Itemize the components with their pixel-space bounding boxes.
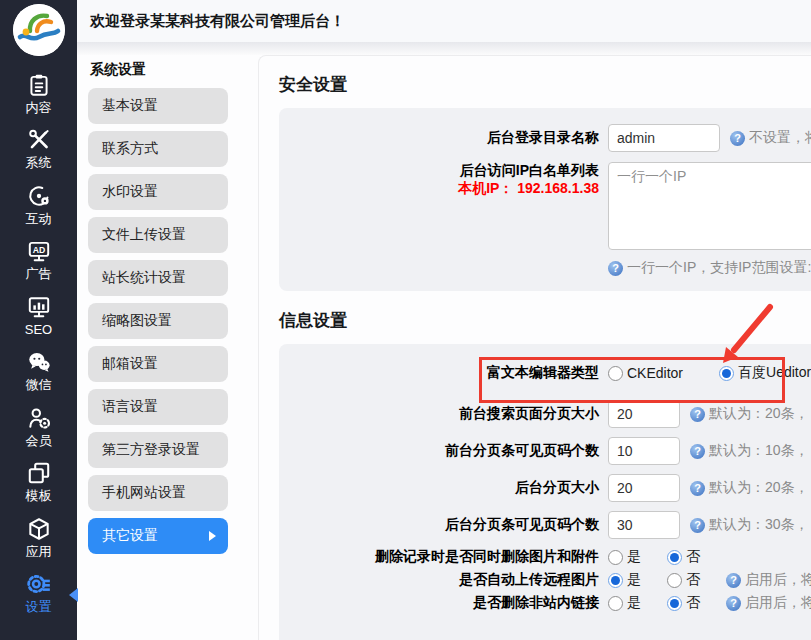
submenu-item[interactable]: 文件上传设置 [88,217,228,253]
primary-nav-item[interactable]: 内容 [0,65,77,121]
help-icon: ? [690,444,705,459]
submenu-item[interactable]: 邮箱设置 [88,346,228,382]
collapse-left-icon[interactable] [69,588,78,602]
radio-icon[interactable] [667,596,682,611]
admin-page-size-input[interactable] [608,474,680,502]
help-icon: ? [608,261,623,276]
topbar: 欢迎登录某某科技有限公司管理后台！ [77,0,811,42]
submenu-item-label: 手机网站设置 [102,484,216,502]
primary-nav-item[interactable]: 广告 [0,232,77,288]
logo-swirl-icon [13,4,65,56]
right-area: 欢迎登录某某科技有限公司管理后台！ 系统设置 基本设置 联系方式 水印设置 文件… [77,0,811,640]
directory-help: ? 不设置，将 [730,129,811,147]
delete-attachment-row: 删除记录时是否同时删除图片和附件 是 否 [279,548,811,566]
submenu-item[interactable]: 语言设置 [88,389,228,425]
submenu-item[interactable]: 其它设置 [88,518,228,554]
main-card: 安全设置 后台登录目录名称 ? 不设置，将 [258,55,811,640]
front-search-page-size-input[interactable] [608,400,680,428]
radio-icon[interactable] [667,550,682,565]
radio-icon[interactable] [608,550,623,565]
ip-whitelist-label: 后台访问IP白名单列表 [279,162,599,180]
editor-type-label: 富文本编辑器类型 [279,364,599,382]
welcome-text: 欢迎登录某某科技有限公司管理后台！ [90,12,345,31]
primary-nav-item[interactable]: 微信 [0,343,77,399]
nav-item-label: 设置 [26,600,52,613]
directory-row: 后台登录目录名称 ? 不设置，将 [279,124,811,152]
submenu-item-label: 联系方式 [102,140,216,158]
submenu-item-label: 水印设置 [102,183,216,201]
primary-nav-item[interactable]: 系统 [0,121,77,177]
submenu-item-label: 邮箱设置 [102,355,216,373]
nav-item-label: SEO [25,323,52,336]
submenu-list: 基本设置 联系方式 水印设置 文件上传设置 站长统计设置 缩略图设置 邮箱设置 … [77,88,258,554]
chat-gear-icon [26,183,52,209]
radio-icon[interactable] [608,366,623,381]
nav-item-label: 互动 [26,212,52,225]
submenu-item[interactable]: 缩略图设置 [88,303,228,339]
help-icon: ? [690,518,705,533]
nav-item-label: 模板 [26,489,52,502]
front-pager-count-input[interactable] [608,437,680,465]
ip-help: ? 一行一个IP，支持IP范围设置: [608,259,811,277]
primary-nav-item[interactable]: 互动 [0,176,77,232]
nav-item-label: 应用 [26,545,52,558]
ip-whitelist-textarea[interactable] [608,162,811,250]
yes-option[interactable]: 是 [608,594,641,612]
editor-option-ckeditor[interactable]: CKEditor [608,365,683,381]
help-icon: ? [726,596,741,611]
yes-option[interactable]: 是 [608,571,641,589]
help-icon: ? [690,481,705,496]
help-icon: ? [730,131,745,146]
radio-icon[interactable] [667,573,682,588]
no-option[interactable]: 否 [667,571,700,589]
ip-help-row: ? 一行一个IP，支持IP范围设置: [279,259,811,277]
content-row: 系统设置 基本设置 联系方式 水印设置 文件上传设置 站长统计设置 缩略图设置 … [77,55,811,640]
help-icon: ? [726,573,741,588]
primary-nav-item[interactable]: 应用 [0,509,77,565]
primary-nav-item[interactable]: 模板 [0,454,77,510]
settings-gear-icon [26,571,52,597]
editor-option-ueditor[interactable]: 百度Ueditor [719,364,811,382]
info-section-title: 信息设置 [279,309,811,332]
pager-row: 前台分页条可见页码个数 ?默认为：10条， [279,437,811,465]
ip-whitelist-row: 后台访问IP白名单列表 本机IP： 192.168.1.38 [279,162,811,250]
template-icon [26,460,52,486]
yes-option[interactable]: 是 [608,548,641,566]
help-icon: ? [690,407,705,422]
tools-icon [26,127,52,153]
submenu-item[interactable]: 站长统计设置 [88,260,228,296]
submenu-item-label: 基本设置 [102,97,216,115]
admin-pager-count-input[interactable] [608,511,680,539]
logo[interactable] [13,4,65,56]
pager-row: 前台搜索页面分页大小 ?默认为：20条， [279,400,811,428]
radio-icon[interactable] [608,596,623,611]
security-panel: 后台登录目录名称 ? 不设置，将 后台访问IP白名单列表 本机IP： [279,108,811,291]
nav-item-label: 系统 [26,156,52,169]
submenu-item[interactable]: 联系方式 [88,131,228,167]
primary-sidebar: 内容 系统 互动 广告 SEO 微信 会员 模板 应用 设置 [0,0,77,640]
auto-upload-remote-row: 是否自动上传远程图片 是 否 ?启用后，将自动上 [279,571,811,589]
directory-input[interactable] [608,124,720,152]
arrow-right-icon [209,531,216,541]
nav-item-label: 广告 [26,267,52,280]
submenu-item[interactable]: 手机网站设置 [88,475,228,511]
submenu-item[interactable]: 基本设置 [88,88,228,124]
primary-nav-item[interactable]: SEO [0,287,77,343]
local-ip-text: 本机IP： 192.168.1.38 [458,180,599,196]
no-option[interactable]: 否 [667,594,700,612]
app-cube-icon [26,516,52,542]
submenu-item-label: 缩略图设置 [102,312,216,330]
editor-type-row: 富文本编辑器类型 CKEditor 百度Ueditor [279,358,811,388]
primary-nav-item[interactable]: 设置 [0,565,77,621]
nav-item-label: 内容 [26,101,52,114]
submenu-item-label: 文件上传设置 [102,226,216,244]
security-section-title: 安全设置 [279,73,811,96]
radio-icon[interactable] [608,573,623,588]
submenu-item[interactable]: 第三方登录设置 [88,432,228,468]
primary-nav-item[interactable]: 会员 [0,398,77,454]
radio-icon[interactable] [719,366,734,381]
clipboard-icon [26,72,52,98]
no-option[interactable]: 否 [667,548,700,566]
primary-nav: 内容 系统 互动 广告 SEO 微信 会员 模板 应用 设置 [0,65,77,620]
submenu-item[interactable]: 水印设置 [88,174,228,210]
